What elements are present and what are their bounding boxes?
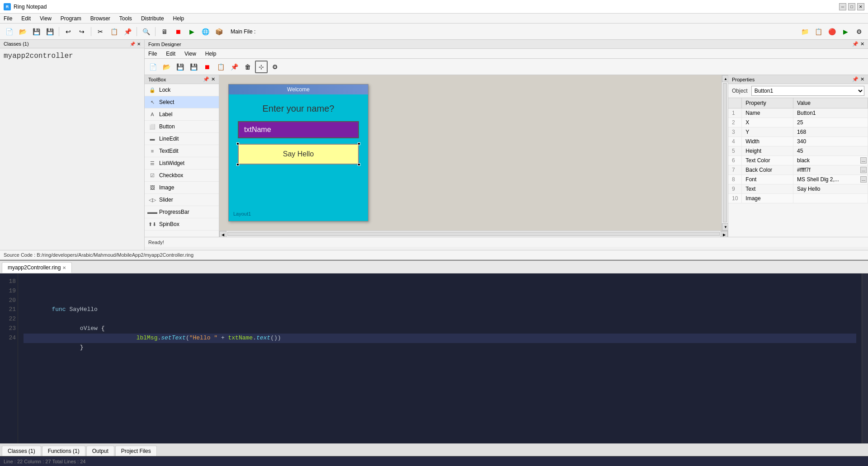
property-row-back-color[interactable]: 7 Back Color #ffff7f… [728,165,868,175]
copy-button[interactable]: 📋 [108,25,120,38]
form-window[interactable]: Welcome Enter your name? txtName [228,84,368,221]
scrollbar-right-button[interactable]: ▶ [721,231,728,237]
save-button[interactable]: 💾 [30,25,42,38]
scrollbar-left-button[interactable]: ◀ [219,231,226,237]
property-row-name[interactable]: 1 Name Button1 [728,108,868,118]
tab-output[interactable]: Output [86,446,114,456]
menu-tools[interactable]: Tools [118,14,134,23]
prop-value[interactable]: #ffff7f… [793,165,868,175]
prop-value[interactable]: 340 [793,137,868,146]
toolbox-item-checkbox[interactable]: ☑ Checkbox [145,169,219,182]
property-row-text-color[interactable]: 6 Text Color black… [728,156,868,165]
toolbox-close-icon[interactable]: ✕ [211,76,215,82]
fd-run-button[interactable]: ⚙ [269,61,281,73]
fd-delete-button[interactable]: 🗑 [241,61,254,73]
fd-paste-button[interactable]: 📌 [228,61,241,73]
property-row-font[interactable]: 8 Font MS Shell Dlg 2,...… [728,175,868,184]
fd-select-button[interactable]: ⊹ [255,61,268,73]
menu-view[interactable]: View [38,14,53,23]
form-button[interactable]: Say Hello [238,144,359,165]
property-row-x[interactable]: 2 X 25 [728,118,868,127]
toolbox-item-slider[interactable]: ◁▷ Slider [145,194,219,206]
form-txtname[interactable]: txtName [238,121,359,138]
prop-more-btn[interactable]: … [860,176,867,183]
code-scrollbar-v[interactable] [862,273,868,443]
toolbox-item-lineedit[interactable]: ▬ LineEdit [145,133,219,145]
menu-distribute[interactable]: Distribute [139,14,166,23]
toolbox-item-textedit[interactable]: ≡ TextEdit [145,145,219,157]
toolbox-item-lock[interactable]: 🔒 Lock [145,84,219,96]
prop-more-btn[interactable]: … [860,167,867,173]
fd-stop-button[interactable]: ⏹ [201,61,213,73]
resize-handle-tl[interactable] [236,142,239,145]
code-lines[interactable]: func SayHello oView { lblMsg.setText("He… [18,273,862,443]
resize-handle-tr[interactable] [358,142,360,145]
fd-menu-edit[interactable]: Edit [164,50,177,58]
menu-program[interactable]: Program [59,14,83,23]
form-designer-button[interactable]: 🖥 [158,25,171,38]
resize-handle-br[interactable] [358,163,360,166]
properties-close-icon[interactable]: ✕ [860,76,864,82]
scrollbar-h-thumb[interactable] [227,232,720,236]
settings-button[interactable]: ⚙ [853,25,865,38]
stop-button[interactable]: ⏹ [172,25,184,38]
fd-copy-button[interactable]: 📋 [214,61,227,73]
undo-button[interactable]: ↩ [62,25,75,38]
scrollbar-up-button[interactable]: ▲ [722,75,728,82]
canvas-scrollbar-horizontal[interactable]: ◀ ▶ [219,231,728,237]
open-button[interactable]: 📂 [16,25,29,38]
toolbox-item-image[interactable]: 🖼 Image [145,182,219,194]
fd-save-button[interactable]: 💾 [174,61,186,73]
fd-open-button[interactable]: 📂 [160,61,173,73]
tab-project-files[interactable]: Project Files [115,446,157,456]
property-row-height[interactable]: 5 Height 45 [728,146,868,156]
resize-handle-bl[interactable] [236,163,239,166]
paste-button[interactable]: 📌 [121,25,134,38]
prop-value[interactable]: black… [793,156,868,165]
prop-value[interactable] [793,194,868,203]
property-row-image[interactable]: 10 Image [728,194,868,203]
prop-value[interactable]: 168 [793,127,868,137]
toolbox-scroll[interactable]: 🔒 Lock ↖ Select A Label ⬜ Button ▬ LineE… [145,84,219,237]
toolbox-item-button[interactable]: ⬜ Button [145,121,219,133]
close-button[interactable]: ✕ [857,3,864,10]
property-row-text[interactable]: 9 Text Say Hello [728,184,868,194]
save-all-button[interactable]: 💾 [43,25,56,38]
property-row-width[interactable]: 4 Width 340 [728,137,868,146]
prop-more-btn[interactable]: … [860,157,867,164]
properties-pin-icon[interactable]: 📌 [852,76,859,82]
form-designer-close-icon[interactable]: ✕ [860,41,864,47]
tool2-button[interactable]: 📋 [812,25,825,38]
menu-file[interactable]: File [2,14,14,23]
prop-value[interactable]: 45 [793,146,868,156]
toolbox-item-progressbar[interactable]: ▬▬ ProgressBar [145,206,219,218]
menu-browser[interactable]: Browser [89,14,112,23]
tool3-button[interactable]: 🔴 [826,25,838,38]
prop-value[interactable]: 25 [793,118,868,127]
open-folder-button[interactable]: 📁 [798,25,811,38]
toolbox-pin-icon[interactable]: 📌 [203,76,209,82]
properties-object-select[interactable]: Button1 [751,86,864,96]
run-button[interactable]: ▶ [185,25,198,38]
file-tab-0[interactable]: myapp2Controller.ring ✕ [2,262,72,273]
prop-value[interactable]: Button1 [793,108,868,118]
property-row-y[interactable]: 3 Y 168 [728,127,868,137]
classes-close-icon[interactable]: ✕ [137,42,141,47]
file-tab-close-0[interactable]: ✕ [62,265,66,270]
toolbox-item-select[interactable]: ↖ Select [145,96,219,108]
run2-button[interactable]: ▶ [839,25,852,38]
scrollbar-thumb[interactable] [723,83,727,222]
package-button[interactable]: 📦 [212,25,225,38]
maximize-button[interactable]: □ [848,3,855,10]
fd-new-button[interactable]: 📄 [146,61,159,73]
form-designer-pin-icon[interactable]: 📌 [852,41,859,47]
tab-classes[interactable]: Classes (1) [2,446,41,456]
prop-value[interactable]: Say Hello [793,184,868,194]
fd-menu-file[interactable]: File [146,50,159,58]
minimize-button[interactable]: ─ [839,3,846,10]
classes-pin-icon[interactable]: 📌 [130,42,135,47]
scrollbar-down-button[interactable]: ▼ [722,223,728,231]
toolbox-item-listwidget[interactable]: ☰ ListWidget [145,157,219,169]
browser-button[interactable]: 🌐 [199,25,212,38]
menu-help[interactable]: Help [171,14,186,23]
